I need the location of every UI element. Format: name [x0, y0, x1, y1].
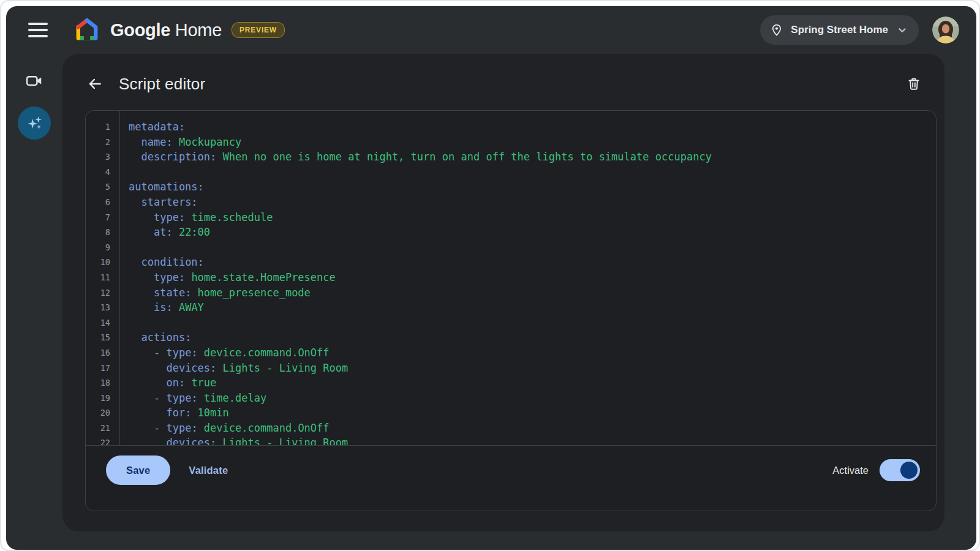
script-editor-panel: Script editor 1234567891011121314151617	[62, 54, 944, 531]
code-line: condition:	[129, 255, 936, 270]
line-numbers: 12345678910111213141516171819202122	[86, 111, 120, 445]
app-title: Google Home	[110, 20, 222, 40]
page: Google Home PREVIEW Spring Street Home	[0, 0, 980, 551]
code-line: description: When no one is home at nigh…	[129, 149, 936, 165]
avatar[interactable]	[932, 17, 959, 43]
code-line: is: AWAY	[129, 300, 936, 315]
line-number: 6	[86, 195, 119, 210]
arrow-left-icon	[87, 76, 103, 92]
line-number: 22	[86, 435, 119, 445]
menu-button[interactable]	[28, 23, 48, 37]
code-line: devices: Lights - Living Room	[129, 361, 936, 376]
page-title: Script editor	[119, 75, 205, 94]
line-number: 7	[86, 210, 119, 225]
code-line: type: home.state.HomePresence	[129, 270, 936, 285]
line-number: 21	[86, 421, 119, 436]
save-button[interactable]: Save	[106, 455, 170, 485]
line-number: 20	[86, 405, 119, 421]
code-lines: metadata: name: Mockupancy description: …	[120, 111, 936, 445]
code-line	[129, 240, 936, 255]
app-title-google: Google	[110, 20, 170, 40]
code-line: type: time.schedule	[129, 210, 936, 225]
code-line: - type: device.command.OnOff	[129, 345, 936, 361]
line-number: 8	[86, 225, 119, 240]
google-home-app: Google Home PREVIEW Spring Street Home	[6, 6, 976, 550]
panel-header: Script editor	[62, 54, 944, 110]
left-rail	[6, 54, 62, 550]
code-line: devices: Lights - Living Room	[129, 435, 936, 445]
trash-icon	[907, 77, 921, 91]
activate-label: Activate	[832, 465, 869, 476]
line-number: 5	[86, 179, 119, 195]
code-line: actions:	[129, 330, 936, 345]
activate-toggle[interactable]	[880, 459, 920, 481]
home-selector-label: Spring Street Home	[791, 24, 888, 36]
assistant-sparkle-button[interactable]	[18, 107, 51, 140]
code-line: name: Mockupancy	[129, 135, 936, 150]
preview-badge: PREVIEW	[232, 22, 285, 38]
code-line	[129, 165, 936, 180]
code-line: at: 22:00	[129, 225, 936, 240]
line-number: 2	[86, 135, 119, 150]
code-line: for: 10min	[129, 405, 936, 421]
line-number: 1	[86, 119, 119, 135]
editor-footer: Save Validate Activate	[86, 445, 936, 511]
code-line: state: home_presence_mode	[129, 285, 936, 301]
sparkles-icon	[24, 113, 45, 133]
code-line: starters:	[129, 195, 936, 210]
code-line: metadata:	[129, 119, 936, 135]
code-area[interactable]: 12345678910111213141516171819202122 meta…	[86, 111, 936, 445]
menu-icon	[28, 23, 48, 25]
avatar-photo	[932, 17, 959, 43]
line-number: 10	[86, 255, 119, 270]
code-line	[129, 315, 936, 331]
home-selector[interactable]: Spring Street Home	[760, 15, 919, 45]
location-pin-icon	[770, 23, 783, 37]
line-number: 11	[86, 270, 119, 285]
topbar: Google Home PREVIEW Spring Street Home	[6, 6, 976, 54]
line-number: 9	[86, 240, 119, 255]
delete-button[interactable]	[907, 77, 921, 91]
app-body: Script editor 1234567891011121314151617	[6, 54, 976, 550]
line-number: 17	[86, 361, 119, 376]
code-line: - type: time.delay	[129, 391, 936, 406]
line-number: 12	[86, 285, 119, 301]
line-number: 13	[86, 300, 119, 315]
validate-button[interactable]: Validate	[189, 465, 228, 476]
editor-footer-row: Save Validate Activate	[106, 455, 920, 485]
line-number: 3	[86, 149, 119, 165]
toggle-knob	[900, 462, 918, 479]
line-number: 14	[86, 315, 119, 331]
line-number: 16	[86, 345, 119, 361]
code-editor: 12345678910111213141516171819202122 meta…	[85, 110, 937, 511]
line-number: 19	[86, 391, 119, 406]
camera-button[interactable]	[22, 69, 47, 93]
line-number: 15	[86, 330, 119, 345]
chevron-down-icon	[895, 23, 909, 37]
code-line: automations:	[129, 179, 936, 195]
app-title-home: Home	[170, 20, 222, 40]
line-number: 18	[86, 375, 119, 391]
app-logo[interactable]: Google Home	[74, 17, 222, 43]
videocam-icon	[25, 72, 43, 90]
code-line: on: true	[129, 375, 936, 391]
line-number: 4	[86, 165, 119, 180]
back-button[interactable]	[87, 76, 103, 92]
code-line: - type: device.command.OnOff	[129, 421, 936, 436]
google-home-logo-icon	[74, 17, 100, 43]
